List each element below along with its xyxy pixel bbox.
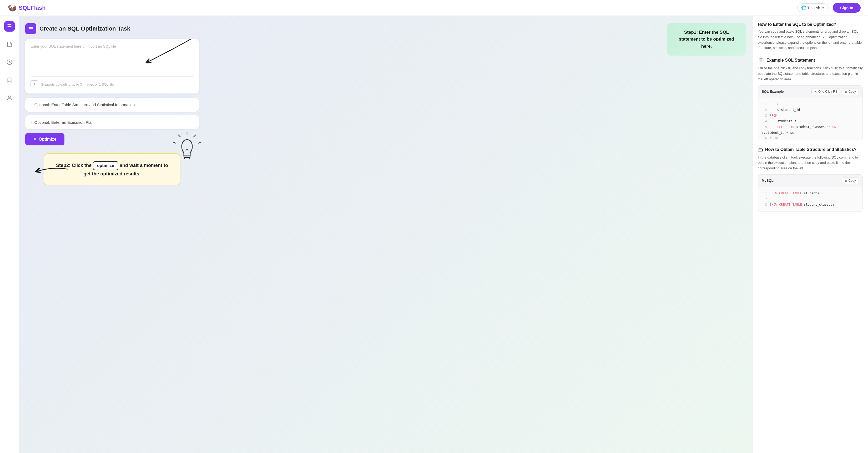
- main-form: Create an SQL Optimization Task + Suppor…: [25, 23, 199, 145]
- nav-right: 🌐 English ▼ Sign In: [797, 3, 861, 12]
- task-header: Create an SQL Optimization Task: [25, 23, 199, 34]
- table-title: How to Obtain Table Structure and Statis…: [765, 147, 857, 152]
- mysql-code-actions: ⧉ Copy: [842, 177, 859, 184]
- svg-rect-3: [29, 28, 33, 29]
- code-body-mysql: 1SHOW CREATE TABLE students; 2 3SHOW CRE…: [758, 187, 863, 211]
- code-label: SQL Example: [762, 89, 784, 93]
- sidebar-item-files[interactable]: [4, 39, 15, 50]
- svg-rect-11: [184, 158, 190, 159]
- language-label: English: [808, 6, 820, 10]
- one-click-fill-button[interactable]: ↖ One-Click Fill: [811, 88, 840, 95]
- upload-plus-button[interactable]: +: [31, 80, 38, 88]
- table-icon: 🗃: [758, 147, 763, 153]
- chevron-right-icon: ›: [31, 103, 32, 107]
- optional-table-row[interactable]: › Optional: Enter Table Structure and St…: [25, 98, 199, 112]
- code-line: 3SHOW CREATE TABLE student_classes;: [762, 202, 859, 208]
- copy-icon: ⧉: [845, 90, 847, 93]
- code-panel-header: SQL Example ↖ One-Click Fill ⧉ Copy: [758, 86, 863, 98]
- sql-example-panel: SQL Example ↖ One-Click Fill ⧉ Copy: [758, 85, 863, 140]
- task-icon: [25, 23, 36, 34]
- example-section-header: 📋 Example SQL Statement: [758, 57, 863, 63]
- code-line: 2 s.student_id: [762, 107, 859, 113]
- svg-line-9: [173, 142, 176, 143]
- signin-button[interactable]: Sign In: [833, 3, 861, 12]
- svg-line-7: [198, 142, 201, 143]
- logo-emoji: 🦦: [7, 3, 17, 12]
- code-line: 6WHERE: [762, 136, 859, 140]
- code-line: 4 students s: [762, 118, 859, 124]
- left-panel-inner: Step1: Enter the SQL statement to be opt…: [25, 23, 746, 186]
- example-section: 📋 Example SQL Statement Utilize the one-…: [758, 57, 863, 140]
- sidebar-item-bookmarks[interactable]: [4, 75, 15, 85]
- step1-callout: Step1: Enter the SQL statement to be opt…: [667, 23, 746, 56]
- step1-line2: statement to be optimized: [675, 36, 738, 43]
- howto-section: How to Enter the SQL to be Optimized? Yo…: [758, 22, 863, 51]
- optimize-sparkle-icon: ✦: [33, 137, 37, 142]
- svg-rect-4: [29, 30, 33, 30]
- table-section: 🗃 How to Obtain Table Structure and Stat…: [758, 147, 863, 212]
- optional-execution-label: Optional: Enter an Execution Plan: [34, 120, 94, 124]
- svg-line-6: [194, 135, 196, 137]
- example-icon: 📋: [758, 57, 764, 63]
- mysql-panel-header: MySQL ⧉ Copy: [758, 175, 863, 187]
- example-title: Example SQL Statement: [767, 58, 815, 63]
- copy-button-example[interactable]: ⧉ Copy: [842, 88, 859, 95]
- sidebar-item-tasks[interactable]: ☰: [4, 21, 15, 32]
- code-line: 3FROM: [762, 113, 859, 119]
- howto-text: You can copy and paste SQL statements or…: [758, 29, 863, 51]
- svg-line-8: [178, 135, 180, 137]
- step1-line1: Step1: Enter the SQL: [675, 29, 738, 36]
- upload-hint: Supports uploading up to 3 images or 1 S…: [41, 82, 114, 86]
- code-line: 1SELECT: [762, 102, 859, 108]
- chevron-down-icon: ▼: [822, 6, 825, 9]
- one-click-label: One-Click Fill: [818, 90, 837, 93]
- step2-area: Step2: Click the optimize and wait a mom…: [25, 153, 199, 186]
- mysql-label: MySQL: [762, 178, 774, 182]
- code-line: 5 LEFT JOIN student_classes sc ON s.stud…: [762, 124, 859, 136]
- copy-label-2: Copy: [848, 179, 856, 182]
- bulb-illustration: [173, 132, 202, 168]
- cursor-icon: ↖: [814, 90, 817, 93]
- logo: 🦦 SQLFlash: [7, 3, 46, 12]
- sidebar-item-history[interactable]: [4, 57, 15, 67]
- table-section-header: 🗃 How to Obtain Table Structure and Stat…: [758, 147, 863, 153]
- step1-line3: here.: [675, 43, 738, 50]
- task-title: Create an SQL Optimization Task: [39, 25, 130, 32]
- optimize-button[interactable]: ✦ Optimize: [25, 133, 64, 145]
- main-layout: ☰: [0, 16, 868, 453]
- sidebar: ☰: [0, 16, 19, 453]
- svg-point-1: [8, 96, 10, 98]
- left-panel: Step1: Enter the SQL statement to be opt…: [19, 16, 752, 453]
- sidebar-item-account[interactable]: [4, 93, 15, 103]
- step2-callout: Step2: Click the optimize and wait a mom…: [44, 153, 180, 186]
- code-line: 1SHOW CREATE TABLE students;: [762, 191, 859, 196]
- sql-textarea[interactable]: [31, 44, 194, 73]
- code-actions: ↖ One-Click Fill ⧉ Copy: [811, 88, 859, 95]
- code-line: 2: [762, 196, 859, 202]
- optimize-label: Optimize: [39, 137, 57, 142]
- mysql-panel: MySQL ⧉ Copy 1SHOW CREATE TABLE students…: [758, 174, 863, 212]
- copy-icon-2: ⧉: [845, 179, 847, 182]
- sql-input-box: + Supports uploading up to 3 images or 1…: [25, 39, 199, 93]
- example-desc: Utilize the one-click fill and copy func…: [758, 65, 863, 82]
- svg-rect-2: [29, 27, 33, 28]
- code-body-example: 1SELECT 2 s.student_id 3FROM 4 students …: [758, 98, 863, 140]
- step2-text-before: Step2: Click the: [56, 163, 92, 168]
- optional-execution-row[interactable]: › Optional: Enter an Execution Plan: [25, 115, 199, 129]
- table-desc: In the database client tool, execute the…: [758, 155, 863, 171]
- copy-label: Copy: [848, 90, 856, 93]
- language-button[interactable]: 🌐 English ▼: [797, 3, 829, 12]
- topnav: 🦦 SQLFlash 🌐 English ▼ Sign In: [0, 0, 868, 16]
- upload-row: + Supports uploading up to 3 images or 1…: [31, 76, 194, 88]
- step2-optimize-word: optimize: [93, 161, 118, 170]
- content-area: Step1: Enter the SQL statement to be opt…: [19, 16, 868, 453]
- optional-table-label: Optional: Enter Table Structure and Stat…: [34, 103, 135, 107]
- globe-icon: 🌐: [801, 5, 806, 10]
- right-panel: How to Enter the SQL to be Optimized? Yo…: [752, 16, 868, 453]
- copy-button-mysql[interactable]: ⧉ Copy: [842, 177, 859, 184]
- chevron-right-icon-2: ›: [31, 120, 32, 124]
- logo-text: SQLFlash: [19, 4, 46, 11]
- howto-title: How to Enter the SQL to be Optimized?: [758, 22, 863, 27]
